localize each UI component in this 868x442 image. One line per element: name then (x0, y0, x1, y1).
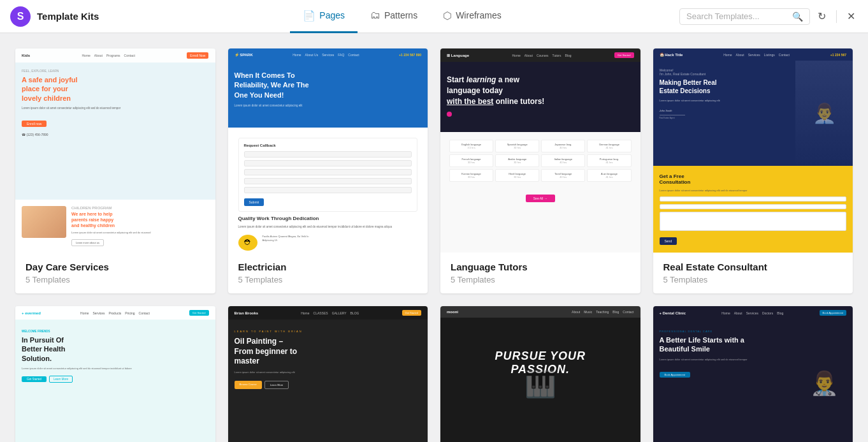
template-grid: Kids HomeAboutProgramsContact Enroll Now… (15, 48, 853, 442)
search-input[interactable] (686, 11, 788, 21)
main-content: Kids HomeAboutProgramsContact Enroll Now… (0, 33, 868, 442)
card-preview-music: mooni AboutMusicTeachingBlogContact (440, 306, 640, 442)
card-electrician[interactable]: ⚡ SPARK HomeAbout UsServicesFAQContact +… (228, 48, 428, 293)
search-box: 🔍 (679, 8, 810, 25)
nav-tabs: 📄 Pages 🗂 Patterns ⬡ Wireframes (125, 0, 679, 33)
card-subtitle-language: 5 Templates (451, 275, 630, 284)
card-painting[interactable]: Brian Brooks HomeCLASSESGALLERYBLOG Get … (228, 306, 428, 442)
card-title-language: Language Tutors (451, 262, 630, 272)
header-right: 🔍 ↻ ✕ (679, 8, 858, 25)
card-info-language: Language Tutors 5 Templates (440, 253, 640, 293)
patterns-icon: 🗂 (370, 10, 380, 21)
card-preview-language: ⊞ Language HomeAboutCoursesTutorsBlog Ge… (440, 48, 640, 253)
card-title-daycare: Day Care Services (25, 262, 205, 272)
pages-icon: 📄 (303, 10, 315, 22)
card-preview-health: + evermed HomeServicesProductsPricingCon… (15, 306, 215, 442)
card-language[interactable]: ⊞ Language HomeAboutCoursesTutorsBlog Ge… (440, 48, 640, 293)
logo-icon: S (10, 6, 31, 27)
logo-area: S Template Kits (10, 6, 125, 27)
card-preview-electrician: ⚡ SPARK HomeAbout UsServicesFAQContact +… (228, 48, 428, 253)
card-info-realestate: Real Estate Consultant 5 Templates (653, 253, 853, 293)
card-dental[interactable]: + Dental Clinic HomeAboutServicesDoctors… (653, 306, 853, 442)
card-info-daycare: Day Care Services 5 Templates (15, 253, 215, 293)
card-preview-dental: + Dental Clinic HomeAboutServicesDoctors… (653, 306, 853, 442)
card-preview-daycare: Kids HomeAboutProgramsContact Enroll Now… (15, 48, 215, 253)
tab-pages[interactable]: 📄 Pages (290, 0, 358, 33)
tab-wireframes[interactable]: ⬡ Wireframes (430, 0, 514, 33)
card-realestate[interactable]: 🏠 Hack Title HomeAboutServicesListingsCo… (653, 48, 853, 293)
card-subtitle-realestate: 5 Templates (663, 275, 843, 284)
card-subtitle-daycare: 5 Templates (25, 275, 205, 284)
tab-patterns[interactable]: 🗂 Patterns (358, 0, 430, 33)
card-subtitle-electrician: 5 Templates (238, 275, 418, 284)
card-health[interactable]: + evermed HomeServicesProductsPricingCon… (15, 306, 215, 442)
header-divider (836, 10, 837, 23)
app-title: Template Kits (37, 11, 99, 22)
card-preview-painting: Brian Brooks HomeCLASSESGALLERYBLOG Get … (228, 306, 428, 442)
refresh-button[interactable]: ↻ (815, 9, 828, 24)
card-title-realestate: Real Estate Consultant (663, 262, 843, 272)
close-button[interactable]: ✕ (844, 9, 858, 24)
app-header: S Template Kits 📄 Pages 🗂 Patterns ⬡ Wir… (0, 0, 868, 33)
search-button[interactable]: 🔍 (792, 11, 803, 22)
card-daycare[interactable]: Kids HomeAboutProgramsContact Enroll Now… (15, 48, 215, 293)
card-title-electrician: Electrician (238, 262, 418, 272)
card-info-electrician: Electrician 5 Templates (228, 253, 428, 293)
card-music[interactable]: mooni AboutMusicTeachingBlogContact (440, 306, 640, 442)
card-preview-realestate: 🏠 Hack Title HomeAboutServicesListingsCo… (653, 48, 853, 253)
wireframes-icon: ⬡ (443, 10, 452, 22)
